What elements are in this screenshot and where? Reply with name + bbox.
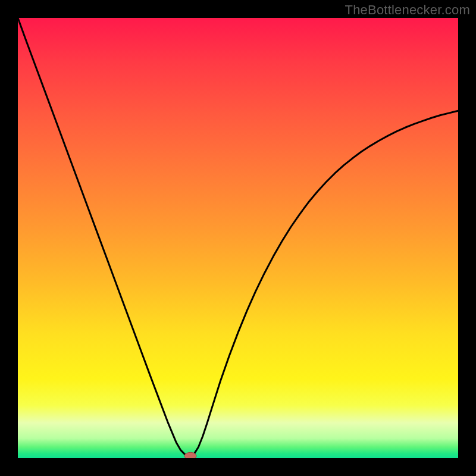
gradient-background	[18, 18, 458, 458]
chart-frame: TheBottlenecker.com	[0, 0, 476, 476]
watermark-text: TheBottlenecker.com	[345, 2, 470, 18]
bottleneck-chart	[18, 18, 458, 458]
optimal-point-marker	[184, 452, 196, 458]
